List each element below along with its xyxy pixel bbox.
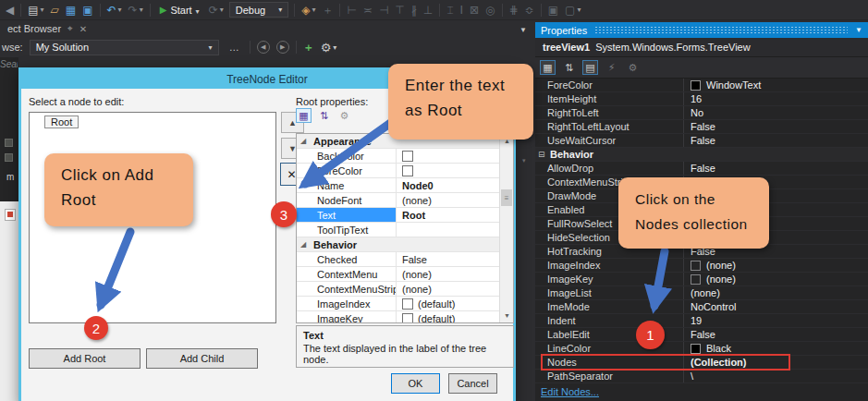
align-tops-icon[interactable]: ⊤ bbox=[395, 5, 404, 16]
browse-scope-combo[interactable]: My Solution ▾ bbox=[30, 40, 219, 55]
categorized-icon[interactable]: ▦ bbox=[540, 60, 556, 75]
property-row[interactable]: ForeColor bbox=[297, 164, 499, 178]
property-row[interactable]: LineColor Black bbox=[535, 342, 868, 356]
properties-view-icon[interactable]: ▤ bbox=[582, 60, 598, 75]
property-row[interactable]: PathSeparator \ bbox=[535, 370, 868, 383]
property-row[interactable]: Indent 19 bbox=[535, 314, 868, 328]
property-row[interactable]: ImageIndex (none) bbox=[535, 259, 868, 273]
move-tool-icon[interactable]: ＋ bbox=[322, 5, 333, 16]
property-row[interactable]: ForeColor WindowText bbox=[535, 79, 868, 92]
toolbar-separator bbox=[20, 4, 21, 17]
new-file-icon[interactable]: ▤ bbox=[28, 5, 43, 16]
sort-alphabetical-icon[interactable]: ⇅ bbox=[561, 60, 577, 75]
scrollbar-thumb[interactable]: ≡ bbox=[501, 189, 512, 206]
nav-back-button[interactable]: ◀ bbox=[257, 41, 270, 54]
window-menu-icon[interactable]: ▼ bbox=[855, 26, 862, 34]
refresh-icon[interactable]: ⟳ bbox=[209, 5, 224, 16]
object-browser-remnant: Search m bbox=[0, 57, 18, 401]
chevron-down-icon[interactable]: ▾ bbox=[522, 157, 526, 164]
align-lefts-icon[interactable]: ⊢ bbox=[347, 5, 356, 16]
property-value: 16 bbox=[683, 92, 868, 105]
property-row[interactable]: LabelEdit False bbox=[535, 328, 868, 342]
redo-icon[interactable]: ↷ bbox=[128, 5, 143, 16]
tab-object-browser[interactable]: ect Browser ⌖ ✕ bbox=[0, 20, 94, 37]
property-row[interactable]: RightToLeftLayout False bbox=[535, 120, 868, 134]
cancel-button[interactable]: Cancel bbox=[448, 373, 497, 394]
scrollbar[interactable]: ▲ ≡ ▼ bbox=[499, 134, 513, 322]
solution-configuration-dropdown[interactable]: Debug bbox=[229, 2, 288, 18]
property-row[interactable]: Text Root bbox=[297, 208, 499, 223]
chevron-down-icon[interactable]: ▼ bbox=[520, 26, 527, 34]
tree-node-root[interactable]: Root bbox=[44, 115, 79, 128]
make-same-height-icon[interactable]: Ⅰ bbox=[459, 5, 463, 16]
property-pages-icon[interactable]: ⚙ bbox=[625, 60, 641, 75]
property-row[interactable]: RightToLeft No bbox=[535, 106, 868, 120]
ok-button[interactable]: OK bbox=[391, 373, 440, 394]
size-to-grid-icon[interactable]: ◎ bbox=[485, 5, 495, 16]
align-bottoms-icon[interactable]: ⊥ bbox=[423, 5, 433, 16]
chevron-down-icon[interactable] bbox=[196, 5, 200, 16]
save-icon[interactable]: ▦ bbox=[66, 5, 76, 16]
start-button[interactable]: ▶ Start bbox=[156, 5, 203, 16]
property-row[interactable]: ContextMenuStrip (none) bbox=[297, 282, 499, 297]
save-all-icon[interactable]: ▣ bbox=[82, 5, 92, 16]
property-row[interactable]: ImageIndex (default) bbox=[297, 297, 499, 311]
open-folder-icon[interactable]: ▱ bbox=[51, 5, 59, 16]
callout-line: as Root bbox=[405, 98, 526, 123]
scroll-down-icon[interactable]: ▼ bbox=[500, 309, 514, 322]
make-same-width-icon[interactable]: ⌶ bbox=[446, 5, 453, 16]
titlebar-drag-texture bbox=[594, 26, 848, 34]
property-row[interactable]: UseWaitCursor False bbox=[535, 134, 868, 148]
property-row[interactable]: ImeMode NoControl bbox=[535, 300, 868, 314]
browse-ellipsis-button[interactable]: … bbox=[226, 42, 243, 53]
property-pages-icon[interactable]: ⚙ bbox=[336, 108, 352, 123]
settings-gear-icon[interactable]: ⚙▾ bbox=[321, 41, 337, 55]
property-value: WindowText bbox=[683, 79, 868, 91]
undo-icon[interactable]: ↶ bbox=[107, 5, 122, 16]
add-child-button[interactable]: Add Child bbox=[146, 348, 258, 369]
nav-forward-button[interactable]: ▶ bbox=[276, 41, 289, 54]
make-same-size-icon[interactable]: ⊠ bbox=[470, 5, 479, 16]
align-middles-icon[interactable]: ∦ bbox=[411, 5, 417, 16]
categorized-icon[interactable]: ▦ bbox=[296, 108, 312, 123]
property-row[interactable]: ◢ Behavior bbox=[297, 237, 499, 252]
bring-to-front-icon[interactable]: ▣ bbox=[548, 5, 558, 16]
property-row[interactable]: Checked False bbox=[297, 252, 499, 267]
object-selector[interactable]: treeView1 System.Windows.Forms.TreeView bbox=[535, 38, 868, 57]
property-name: ImageKey bbox=[297, 311, 397, 323]
property-row[interactable]: ImageList (none) bbox=[535, 286, 868, 300]
property-name: ForeColor bbox=[297, 164, 397, 177]
horizontal-spacing-icon[interactable]: ⋕ bbox=[509, 5, 519, 16]
sort-alphabetical-icon[interactable]: ⇅ bbox=[316, 108, 332, 123]
property-row[interactable]: Nodes (Collection) bbox=[535, 356, 868, 370]
find-in-files-icon[interactable]: ◈ bbox=[301, 5, 315, 16]
vertical-spacing-icon[interactable]: ≎ bbox=[525, 5, 534, 16]
property-row[interactable]: AllowDrop False bbox=[535, 162, 868, 176]
nav-back-icon[interactable]: ◀ bbox=[6, 5, 14, 16]
edit-nodes-link[interactable]: Edit Nodes... bbox=[541, 386, 599, 397]
collapse-icon: ◢ bbox=[300, 137, 312, 145]
property-name: ImageIndex bbox=[535, 259, 683, 272]
close-icon[interactable]: ✕ bbox=[79, 24, 87, 34]
dialog-title: TreeNode Editor bbox=[226, 73, 308, 86]
align-centers-icon[interactable]: ≍ bbox=[363, 5, 373, 16]
browse-label: wse: bbox=[2, 42, 23, 53]
align-rights-icon[interactable]: ⊣ bbox=[379, 5, 388, 16]
property-row[interactable]: NodeFont (none) bbox=[297, 193, 499, 208]
pin-icon[interactable]: ⌖ bbox=[67, 23, 73, 34]
property-row[interactable]: BackColor bbox=[297, 149, 499, 164]
send-to-back-icon[interactable]: ▢ bbox=[565, 5, 581, 16]
start-label: Start bbox=[170, 5, 191, 16]
add-item-icon[interactable]: ＋ bbox=[303, 40, 314, 55]
property-row[interactable]: ImageKey (default) bbox=[297, 311, 499, 323]
property-row[interactable]: ToolTipText bbox=[297, 223, 499, 237]
property-row[interactable]: ⊟ Behavior bbox=[535, 148, 868, 162]
property-row[interactable]: ItemHeight 16 bbox=[535, 92, 868, 106]
property-row[interactable]: ImageKey (none) bbox=[535, 273, 868, 286]
property-row[interactable]: Name Node0 bbox=[297, 178, 499, 193]
property-row[interactable]: ContextMenu (none) bbox=[297, 267, 499, 282]
add-root-button[interactable]: Add Root bbox=[29, 348, 141, 369]
property-value: \ bbox=[683, 370, 868, 383]
properties-title-bar[interactable]: Properties ▼ bbox=[535, 22, 868, 38]
events-icon[interactable]: ⚡ bbox=[604, 60, 619, 75]
